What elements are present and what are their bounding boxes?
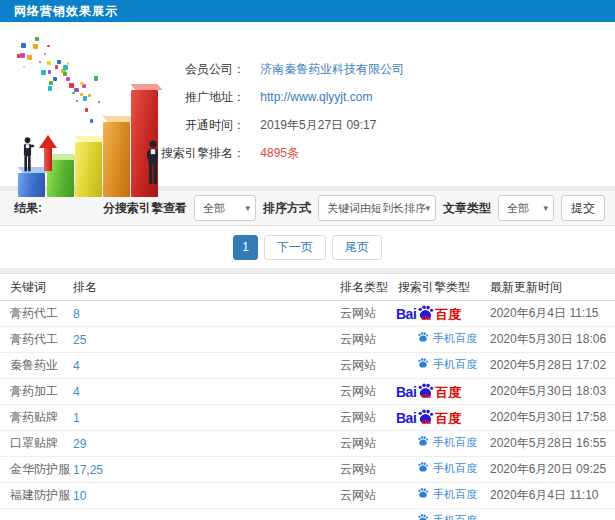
keyword-cell: 福建防护服 xyxy=(10,487,73,504)
engine-cell: 手机百度 xyxy=(398,331,490,348)
engine-cell: Baidu百度 xyxy=(398,383,490,400)
table-header-row: 关键词 排名 排名类型 搜索引擎类型 最新更新时间 xyxy=(0,274,615,301)
rank-type-cell: 云网站 xyxy=(340,409,398,426)
mobile-baidu-logo: 手机百度 xyxy=(417,513,477,520)
update-time-cell: 2020年5月28日 16:55 xyxy=(490,435,615,452)
open-time-value: 2019年5月27日 09:17 xyxy=(260,118,376,132)
update-time-cell: 2020年5月30日 17:58 xyxy=(490,409,615,426)
rank-type-cell: 云网站 xyxy=(340,461,398,478)
baidu-logo: Baidu百度 xyxy=(396,409,461,425)
mobile-baidu-logo: 手机百度 xyxy=(417,461,477,476)
engine-filter-label: 分搜索引擎查看 xyxy=(103,200,187,217)
baidu-paw-icon xyxy=(417,514,429,520)
chart-bar-orange xyxy=(103,122,130,197)
rank-link[interactable]: 10 xyxy=(73,489,340,503)
sort-filter-select[interactable]: 关键词由短到长排序 ▾ xyxy=(318,195,436,221)
rank-link[interactable]: 1 xyxy=(73,411,340,425)
baidu-paw-icon xyxy=(417,332,429,345)
table-row: 金华防护服 17,25 云网站 手机百度 2020年6月20日 09:25 xyxy=(0,457,615,483)
engine-cell: 手机百度 xyxy=(398,461,490,478)
rank-link[interactable]: 4 xyxy=(73,385,340,399)
sort-filter-value: 关键词由短到长排序 xyxy=(327,202,426,214)
table-row: 口罩贴牌 29 云网站 手机百度 2020年5月28日 16:55 xyxy=(0,431,615,457)
last-page-button[interactable]: 尾页 xyxy=(332,235,382,260)
member-info-list: 会员公司： 济南秦鲁药业科技有限公司 推广地址： http://www.qlyy… xyxy=(145,55,404,167)
engine-cell: Baidu百度 xyxy=(398,305,490,322)
header-engine-type: 搜索引擎类型 xyxy=(398,279,490,296)
company-link[interactable]: 济南秦鲁药业科技有限公司 xyxy=(260,62,404,76)
next-page-button[interactable]: 下一页 xyxy=(264,235,326,260)
chart-bar-blue xyxy=(18,173,45,197)
result-label: 结果: xyxy=(14,200,42,217)
baidu-paw-icon xyxy=(417,488,429,501)
engine-rank-count: 4895条 xyxy=(260,146,299,160)
filter-controls: 分搜索引擎查看 全部 ▾ 排序方式 关键词由短到长排序 ▾ 文章类型 全部 ▾ … xyxy=(103,195,605,221)
mobile-baidu-logo: 手机百度 xyxy=(417,357,477,372)
rank-link[interactable]: 29 xyxy=(73,437,340,451)
chart-bar-yellow xyxy=(75,142,102,197)
promo-url-link[interactable]: http://www.qlyyjt.com xyxy=(260,90,372,104)
growth-arrow-icon xyxy=(39,135,57,171)
rank-type-cell: 云网站 xyxy=(340,357,398,374)
sort-filter-label: 排序方式 xyxy=(263,200,311,217)
engine-rank-row: 搜索引擎排名： 4895条 xyxy=(145,139,404,167)
rank-link[interactable]: 8 xyxy=(73,307,340,321)
baidu-paw-icon xyxy=(417,436,429,449)
baidu-paw-icon: du xyxy=(417,409,434,424)
promo-url-row: 推广地址： http://www.qlyyjt.com xyxy=(145,83,404,111)
page-number-current[interactable]: 1 xyxy=(233,235,258,260)
open-time-label: 开通时间： xyxy=(145,111,245,139)
engine-filter-value: 全部 xyxy=(203,202,225,214)
rank-type-cell: 云网站 xyxy=(340,383,398,400)
marketing-effect-page: 网络营销效果展示 xyxy=(0,0,615,520)
rank-link[interactable]: 4 xyxy=(73,359,340,373)
company-label: 会员公司： xyxy=(145,55,245,83)
update-time-cell: 2020年5月28日 17:02 xyxy=(490,357,615,374)
keyword-cell: 金华防护服 xyxy=(10,461,73,478)
open-time-row: 开通时间： 2019年5月27日 09:17 xyxy=(145,111,404,139)
header-rank: 排名 xyxy=(73,279,340,296)
engine-filter-select[interactable]: 全部 ▾ xyxy=(194,195,256,221)
keyword-cell: 秦鲁药业 xyxy=(10,357,73,374)
baidu-logo: Baidu百度 xyxy=(396,305,461,321)
article-type-value: 全部 xyxy=(507,202,529,214)
keyword-cell: 膏药加工 xyxy=(10,383,73,400)
keyword-cell: 膏药代工 xyxy=(10,331,73,348)
baidu-paw-icon: du xyxy=(417,305,434,320)
engine-cell: 手机百度 xyxy=(398,357,490,374)
keyword-cell: 口罩贴牌 xyxy=(10,435,73,452)
keyword-cell: 膏药贴牌 xyxy=(10,409,73,426)
table-row: 秦鲁药业 4 云网站 手机百度 2020年5月28日 17:02 xyxy=(0,353,615,379)
baidu-paw-icon xyxy=(417,462,429,475)
engine-cell: Baidu百度 xyxy=(398,409,490,426)
page-title: 网络营销效果展示 xyxy=(14,4,118,18)
engine-cell: 手机百度 xyxy=(398,513,490,520)
promo-url-label: 推广地址： xyxy=(145,83,245,111)
page-title-bar: 网络营销效果展示 xyxy=(0,0,615,22)
table-row: 膏药加工 4 云网站 Baidu百度 2020年5月30日 18:03 xyxy=(0,379,615,405)
engine-cell: 手机百度 xyxy=(398,435,490,452)
keyword-cell: 膏药代工 xyxy=(10,305,73,322)
baidu-logo: Baidu百度 xyxy=(396,383,461,399)
company-row: 会员公司： 济南秦鲁药业科技有限公司 xyxy=(145,55,404,83)
update-time-cell: 2020年5月30日 18:03 xyxy=(490,383,615,400)
header-keyword: 关键词 xyxy=(10,279,73,296)
table-row-partial: 手机百度 xyxy=(0,509,615,520)
rank-link[interactable]: 17,25 xyxy=(73,463,340,477)
baidu-paw-icon xyxy=(417,358,429,371)
article-type-select[interactable]: 全部 ▾ xyxy=(498,195,554,221)
table-body: 膏药代工 8 云网站 Baidu百度 2020年6月4日 11:15 膏药代工 … xyxy=(0,301,615,520)
businessman-left-figure xyxy=(20,137,35,173)
mobile-baidu-logo: 手机百度 xyxy=(417,487,477,502)
chevron-down-icon: ▾ xyxy=(425,196,430,220)
rank-type-cell: 云网站 xyxy=(340,435,398,452)
engine-cell: 手机百度 xyxy=(398,487,490,504)
submit-button[interactable]: 提交 xyxy=(561,195,605,221)
header-rank-type: 排名类型 xyxy=(340,279,398,296)
chevron-down-icon: ▾ xyxy=(245,196,250,220)
member-info-section: 会员公司： 济南秦鲁药业科技有限公司 推广地址： http://www.qlyy… xyxy=(0,22,615,186)
mobile-baidu-logo: 手机百度 xyxy=(417,435,477,450)
table-row: 福建防护服 10 云网站 手机百度 2020年6月4日 11:10 xyxy=(0,483,615,509)
update-time-cell: 2020年5月30日 18:06 xyxy=(490,331,615,348)
rank-link[interactable]: 25 xyxy=(73,333,340,347)
